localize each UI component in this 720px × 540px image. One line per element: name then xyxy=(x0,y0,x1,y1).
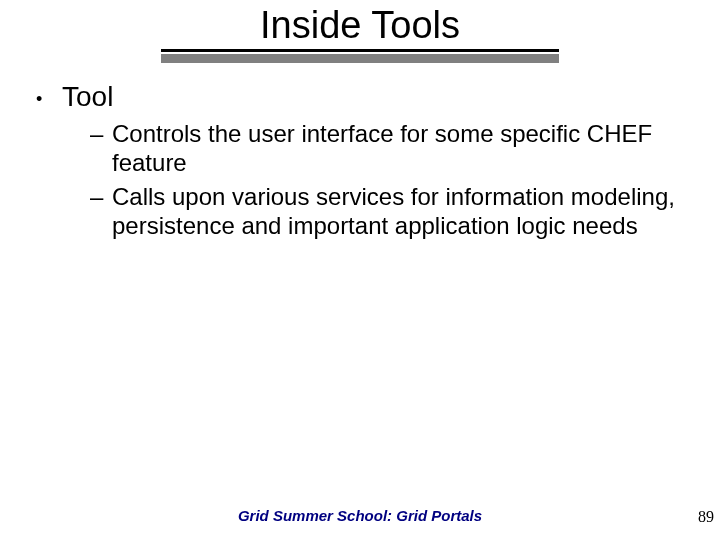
dash-marker: – xyxy=(90,182,112,211)
bullet-level1: • Tool xyxy=(36,81,684,113)
bullet-text: Controls the user interface for some spe… xyxy=(112,119,684,178)
underline-thin xyxy=(161,49,559,52)
slide-title: Inside Tools xyxy=(260,4,460,47)
bullet-marker: • xyxy=(36,81,62,108)
bullet-text: Tool xyxy=(62,81,113,113)
bullet-level2: – Calls upon various services for inform… xyxy=(36,182,684,241)
dash-marker: – xyxy=(90,119,112,148)
page-number: 89 xyxy=(698,508,714,526)
slide: Inside Tools • Tool – Controls the user … xyxy=(0,0,720,540)
title-area: Inside Tools xyxy=(0,0,720,63)
underline-thick xyxy=(161,54,559,63)
content-area: • Tool – Controls the user interface for… xyxy=(0,63,720,240)
bullet-text: Calls upon various services for informat… xyxy=(112,182,684,241)
title-underline xyxy=(0,49,720,63)
bullet-level2: – Controls the user interface for some s… xyxy=(36,119,684,178)
footer-text: Grid Summer School: Grid Portals xyxy=(0,507,720,524)
